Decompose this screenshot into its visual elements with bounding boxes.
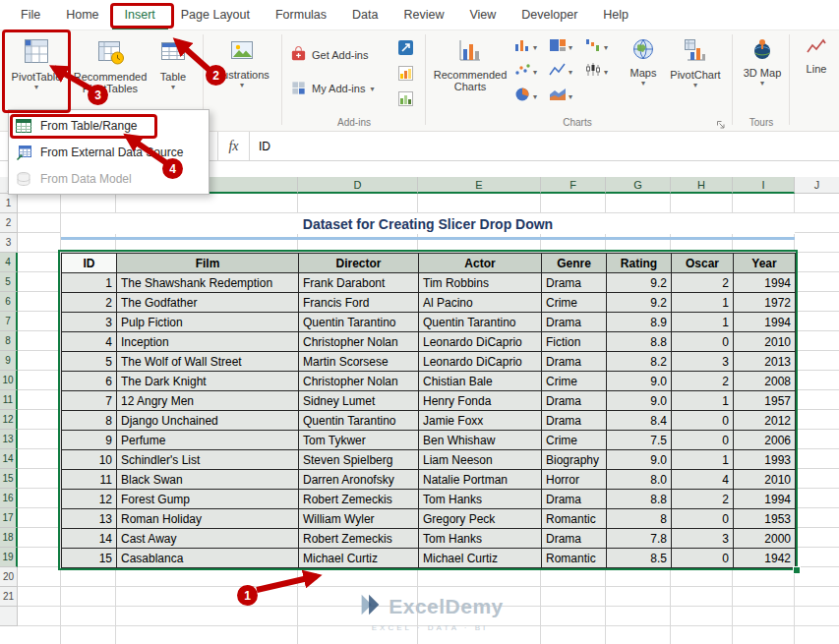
- row-header-1[interactable]: 1: [0, 194, 18, 213]
- table-cell[interactable]: Tom Hanks: [419, 490, 542, 509]
- table-cell[interactable]: 8: [62, 411, 117, 431]
- table-cell[interactable]: 7: [62, 391, 117, 411]
- table-cell[interactable]: Tom Tykwer: [299, 431, 419, 450]
- column-header-F[interactable]: F: [541, 177, 606, 194]
- table-cell[interactable]: 1: [672, 293, 734, 313]
- table-cell[interactable]: Drama: [542, 391, 607, 411]
- maps-button[interactable]: Maps ▾: [624, 33, 663, 124]
- row-header-14[interactable]: 14: [0, 449, 18, 469]
- table-cell[interactable]: 9: [62, 431, 117, 450]
- table-cell[interactable]: 3: [672, 352, 734, 372]
- row-header-3[interactable]: 3: [0, 233, 18, 253]
- row-header-8[interactable]: 8: [0, 331, 18, 351]
- table-cell[interactable]: Natalie Portman: [419, 470, 542, 490]
- table-cell[interactable]: 1: [672, 450, 734, 470]
- table-cell[interactable]: Crime: [542, 431, 607, 450]
- table-cell[interactable]: William Wyler: [299, 509, 419, 529]
- table-cell[interactable]: 3: [672, 529, 734, 549]
- table-cell[interactable]: 1972: [734, 293, 796, 313]
- table-header-rating[interactable]: Rating: [607, 254, 672, 273]
- table-cell[interactable]: 2: [62, 293, 117, 313]
- table-cell[interactable]: 2000: [734, 529, 796, 549]
- table-cell[interactable]: Black Swan: [117, 470, 299, 490]
- tab-home[interactable]: Home: [53, 0, 111, 29]
- table-cell[interactable]: 8.8: [607, 490, 672, 509]
- table-cell[interactable]: 5: [62, 352, 117, 372]
- row-header-5[interactable]: 5: [0, 272, 18, 292]
- table-cell[interactable]: 2010: [734, 332, 796, 352]
- table-cell[interactable]: 9.2: [607, 273, 672, 293]
- table-cell[interactable]: Horror: [542, 470, 607, 490]
- table-header-id[interactable]: ID: [62, 254, 117, 273]
- table-cell[interactable]: Schindler's List: [117, 450, 299, 470]
- waterfall-chart-button[interactable]: ▾: [584, 36, 608, 58]
- table-header-film[interactable]: Film: [117, 254, 299, 273]
- table-cell[interactable]: Fiction: [542, 332, 607, 352]
- table-cell[interactable]: Biography: [542, 450, 607, 470]
- recommended-charts-button[interactable]: Recommended Charts: [433, 33, 508, 124]
- table-cell[interactable]: Quentin Tarantino: [299, 313, 419, 332]
- table-cell[interactable]: 4: [672, 470, 734, 490]
- table-cell[interactable]: 11: [62, 470, 117, 490]
- table-cell[interactable]: 1994: [734, 490, 796, 509]
- table-cell[interactable]: Michael Curtiz: [299, 549, 419, 568]
- hierarchy-chart-button[interactable]: ▾: [549, 36, 572, 58]
- row-header-19[interactable]: 19: [0, 548, 18, 567]
- table-cell[interactable]: 2012: [734, 411, 796, 431]
- table-cell[interactable]: Francis Ford: [299, 293, 419, 313]
- table-cell[interactable]: 10: [62, 450, 117, 470]
- table-cell[interactable]: Henry Fonda: [419, 391, 542, 411]
- table-cell[interactable]: The Godfather: [117, 293, 299, 313]
- table-cell[interactable]: Drama: [542, 411, 607, 431]
- table-cell[interactable]: Romantic: [542, 549, 607, 568]
- table-cell[interactable]: 9.0: [607, 450, 672, 470]
- pie-chart-button[interactable]: ▾: [513, 86, 537, 107]
- row-header-15[interactable]: 15: [0, 469, 18, 489]
- table-cell[interactable]: Perfume: [117, 431, 299, 450]
- table-cell[interactable]: 1: [62, 273, 117, 293]
- table-cell[interactable]: 8.5: [607, 549, 672, 568]
- table-cell[interactable]: 1: [672, 391, 734, 411]
- table-cell[interactable]: 15: [62, 549, 117, 568]
- table-cell[interactable]: Sidney Lumet: [299, 391, 419, 411]
- column-header-D[interactable]: D: [298, 177, 418, 194]
- table-cell[interactable]: 1957: [734, 391, 796, 411]
- table-cell[interactable]: 7.8: [607, 529, 672, 549]
- table-cell[interactable]: Chistian Bale: [419, 372, 542, 391]
- table-cell[interactable]: Darren Aronofsky: [299, 470, 419, 490]
- table-cell[interactable]: 1942: [734, 549, 796, 568]
- table-header-actor[interactable]: Actor: [419, 254, 542, 273]
- addin-shortcut-button[interactable]: [397, 89, 414, 111]
- table-cell[interactable]: 14: [62, 529, 117, 549]
- table-cell[interactable]: Al Pacino: [419, 293, 542, 313]
- table-cell[interactable]: Drama: [542, 529, 607, 549]
- table-cell[interactable]: Casablanca: [117, 549, 299, 568]
- table-header-director[interactable]: Director: [299, 254, 419, 273]
- table-cell[interactable]: Forest Gump: [117, 490, 299, 509]
- table-cell[interactable]: Jamie Foxx: [419, 411, 542, 431]
- table-cell[interactable]: 8.8: [607, 332, 672, 352]
- addin-shortcut-button[interactable]: [397, 64, 414, 86]
- table-cell[interactable]: 1994: [734, 273, 796, 293]
- column-header-J[interactable]: J: [795, 177, 839, 194]
- table-header-oscar[interactable]: Oscar: [672, 254, 734, 273]
- table-cell[interactable]: Robert Zemeckis: [299, 529, 419, 549]
- table-cell[interactable]: Tom Hanks: [419, 529, 542, 549]
- table-cell[interactable]: 0: [672, 411, 734, 431]
- table-cell[interactable]: Romantic: [542, 509, 607, 529]
- row-header-9[interactable]: 9: [0, 351, 18, 371]
- table-cell[interactable]: 9.0: [607, 391, 672, 411]
- table-cell[interactable]: 13: [62, 509, 117, 529]
- table-cell[interactable]: Michael Curtiz: [419, 549, 542, 568]
- addin-shortcut-button[interactable]: [397, 38, 414, 60]
- table-cell[interactable]: 2: [672, 490, 734, 509]
- row-header-2[interactable]: 2: [0, 213, 18, 233]
- table-header-genre[interactable]: Genre: [542, 254, 607, 273]
- row-header-12[interactable]: 12: [0, 410, 18, 430]
- table-cell[interactable]: 3: [62, 313, 117, 332]
- table-cell[interactable]: 9.0: [607, 372, 672, 391]
- table-cell[interactable]: Drama: [542, 352, 607, 372]
- table-cell[interactable]: Drama: [542, 313, 607, 332]
- table-cell[interactable]: Crime: [542, 372, 607, 391]
- table-cell[interactable]: The Dark Knight: [117, 372, 299, 391]
